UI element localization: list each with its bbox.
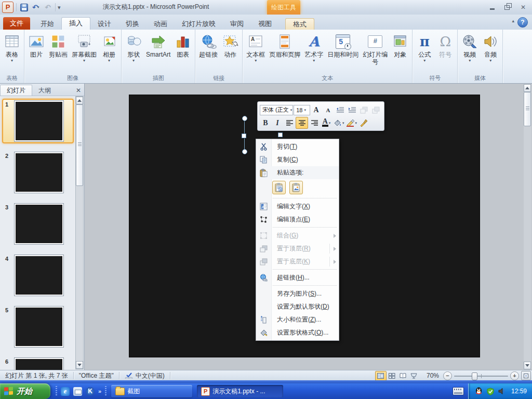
menu-item-copy[interactable]: 复制(C) — [256, 153, 339, 166]
shape-handle-mid-left[interactable] — [242, 134, 246, 138]
toolbar-grip[interactable] — [56, 386, 57, 396]
mail-icon[interactable] — [73, 387, 82, 396]
language-indicator[interactable]: 中文(中国) — [119, 372, 170, 379]
tab-review[interactable]: 审阅 — [223, 18, 251, 30]
tab-animations[interactable]: 动画 — [147, 18, 175, 30]
slide-sorter-view-button[interactable] — [387, 371, 397, 380]
decrease-indent-button[interactable] — [335, 104, 346, 115]
scrollbar-thumb[interactable] — [524, 92, 531, 126]
menu-item-size-position[interactable]: 大小和位置(Z)... — [256, 313, 339, 326]
internet-explorer-icon[interactable]: e — [61, 387, 70, 396]
tab-home[interactable]: 开始 — [33, 18, 61, 30]
shape-handle-top-left[interactable] — [242, 116, 247, 121]
screenshot-button[interactable]: 屏幕截图 ▾ — [70, 31, 99, 70]
tab-design[interactable]: 设计 — [90, 18, 118, 30]
slide-thumbnail-3[interactable]: 3 — [2, 202, 74, 246]
clipart-button[interactable]: 剪贴画 — [47, 31, 70, 70]
italic-button[interactable]: I — [272, 117, 283, 128]
powerpoint-app-icon[interactable]: P — [2, 2, 14, 13]
font-size-combobox[interactable]: 18▾ — [294, 105, 310, 115]
tab-view[interactable]: 视图 — [251, 18, 279, 30]
pane-scrollbar-thumb[interactable] — [76, 104, 83, 186]
input-method-keyboard-icon[interactable] — [453, 387, 464, 395]
table-button[interactable]: 表格 ▾ — [2, 31, 22, 70]
tab-format[interactable]: 格式 — [285, 18, 314, 30]
paste-as-picture-button[interactable] — [289, 181, 303, 194]
format-painter-button[interactable] — [358, 117, 369, 128]
menu-item-save-as-picture[interactable]: 另存为图片(S)... — [256, 287, 339, 300]
shape-outline-button[interactable]: ▾ — [345, 117, 358, 128]
qq-tray-icon[interactable] — [475, 387, 483, 395]
shape-handle-bottom-left[interactable] — [242, 149, 247, 154]
tab-outline[interactable]: 大纲 — [32, 85, 57, 96]
fit-slide-to-window-button[interactable] — [521, 371, 531, 380]
shapes-button[interactable]: 形状 ▾ — [123, 31, 144, 70]
shape-handle-top-mid[interactable] — [278, 132, 283, 137]
equation-button[interactable]: π 公式 ▾ — [414, 31, 435, 70]
slideshow-view-button[interactable] — [409, 371, 419, 380]
menu-item-format-shape[interactable]: 设置形状格式(O)... — [256, 326, 339, 339]
bold-button[interactable]: B — [260, 117, 271, 128]
align-left-button[interactable] — [284, 117, 295, 128]
photo-album-button[interactable]: 相册 ▾ — [99, 31, 119, 70]
tab-file[interactable]: 文件 — [3, 17, 30, 30]
pane-close-button[interactable]: ✕ — [76, 87, 81, 94]
tab-slideshow[interactable]: 幻灯片放映 — [175, 18, 223, 30]
slide-thumbnail-4[interactable]: 4 — [2, 253, 74, 298]
pane-scrollbar[interactable] — [75, 96, 84, 369]
start-button[interactable]: 开始 — [0, 383, 50, 399]
slide-number-button[interactable]: # 幻灯片编号 — [361, 31, 390, 70]
smartart-button[interactable]: SmartArt — [144, 31, 172, 70]
menu-item-set-default-shape[interactable]: 设置为默认形状(D) — [256, 300, 339, 313]
align-center-button[interactable] — [296, 117, 308, 129]
action-button[interactable]: 动作 — [220, 31, 241, 70]
customize-qat-button[interactable]: ▾ — [55, 3, 61, 11]
tab-transitions[interactable]: 切换 — [118, 18, 147, 30]
clock[interactable]: 12:59 — [511, 388, 527, 395]
slide-thumbnail-6[interactable]: 6 — [2, 356, 74, 370]
scroll-up-button[interactable] — [76, 97, 83, 104]
help-button[interactable]: ? — [517, 17, 528, 28]
zoom-out-button[interactable]: − — [443, 371, 452, 380]
undo-button[interactable]: ↷▾ — [31, 3, 41, 12]
grow-font-button[interactable]: A — [311, 104, 322, 115]
restore-button[interactable] — [502, 3, 513, 11]
picture-button[interactable]: 图片 — [26, 31, 47, 70]
save-button[interactable] — [19, 3, 29, 12]
normal-view-button[interactable] — [375, 371, 387, 381]
security-shield-tray-icon[interactable] — [486, 387, 495, 395]
taskbar-button-powerpoint[interactable]: P 演示文稿1.pptx - ... — [197, 385, 283, 397]
shape-fill-button[interactable]: ▾ — [332, 117, 345, 128]
minimize-button[interactable] — [486, 3, 498, 11]
date-time-button[interactable]: 5 日期和时间 — [325, 31, 361, 70]
paste-keep-formatting-button[interactable]: a — [272, 181, 286, 194]
tab-insert[interactable]: 插入 — [61, 17, 90, 30]
reading-view-button[interactable] — [398, 371, 408, 380]
close-button[interactable]: ✕ — [517, 3, 529, 11]
scroll-down-button[interactable] — [524, 362, 531, 369]
video-button[interactable]: 视频 ▾ — [459, 31, 480, 70]
quick-launch-overflow-chevron[interactable]: » — [98, 388, 101, 394]
increase-indent-button[interactable] — [347, 104, 358, 115]
slide-thumbnail-5[interactable]: 5 — [2, 304, 74, 349]
slide-thumbnail-1[interactable]: 1 — [2, 99, 74, 143]
tab-slides-thumbnails[interactable]: 幻灯片 — [0, 85, 32, 96]
font-color-button[interactable]: A▾ — [321, 117, 332, 128]
zoom-percentage[interactable]: 70% — [427, 372, 439, 379]
scroll-down-button[interactable] — [76, 361, 83, 369]
media-player-icon[interactable]: K — [86, 387, 95, 396]
menu-item-edit-points[interactable]: 编辑顶点(E) — [256, 213, 339, 226]
zoom-slider[interactable] — [454, 372, 508, 380]
hyperlink-button[interactable]: 超链接 — [197, 31, 220, 70]
toolbar-grip[interactable] — [105, 386, 107, 396]
volume-tray-icon[interactable] — [498, 387, 506, 395]
menu-item-hyperlink[interactable]: 超链接(H)... — [256, 271, 339, 284]
header-footer-button[interactable]: 页眉和页脚 — [267, 31, 302, 70]
wordart-button[interactable]: A 艺术字 ▾ — [302, 31, 325, 70]
chart-button[interactable]: 图表 — [172, 31, 193, 70]
shrink-font-button[interactable]: A — [323, 104, 334, 115]
slide-thumbnail-2[interactable]: 2 — [2, 150, 74, 195]
zoom-slider-thumb[interactable] — [472, 373, 477, 380]
menu-item-edit-text[interactable]: A 编辑文字(X) — [256, 200, 339, 213]
font-name-combobox[interactable]: 宋体 (正文▾ — [260, 105, 293, 115]
